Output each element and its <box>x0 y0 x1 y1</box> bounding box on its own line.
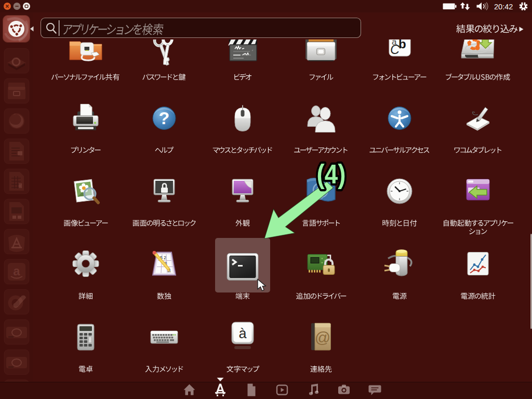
svg-text:@: @ <box>315 329 330 346</box>
svg-text:a: a <box>13 264 20 278</box>
svg-text:C: C <box>390 42 400 57</box>
svg-text:20:42: 20:42 <box>494 3 513 11</box>
svg-text:à: à <box>238 326 247 341</box>
svg-text:2: 2 <box>164 255 166 260</box>
svg-text:(4): (4) <box>317 159 346 189</box>
svg-text:?: ? <box>159 108 170 128</box>
